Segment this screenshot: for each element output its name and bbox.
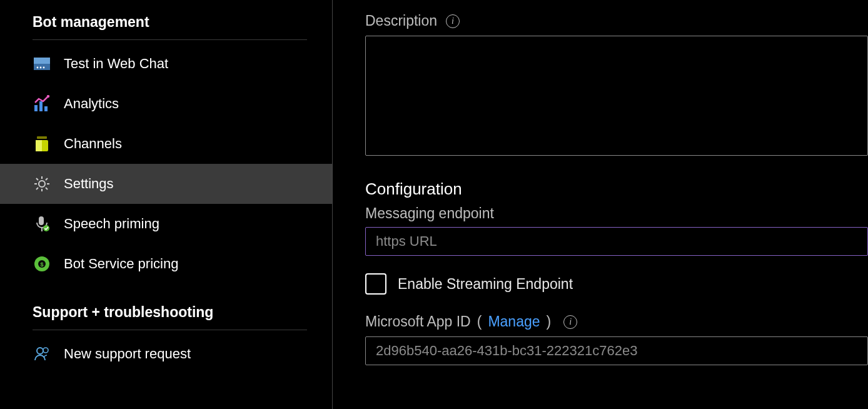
messaging-endpoint-label: Messaging endpoint <box>365 205 868 222</box>
gear-icon <box>33 174 51 193</box>
svg-rect-1 <box>34 58 50 64</box>
app-id-label: Microsoft App ID <box>365 313 471 330</box>
svg-rect-11 <box>36 140 42 151</box>
svg-rect-6 <box>39 101 43 111</box>
enable-streaming-checkbox[interactable] <box>365 273 386 295</box>
support-icon <box>33 345 51 363</box>
svg-point-20 <box>43 348 48 353</box>
manage-link[interactable]: Manage <box>488 313 540 330</box>
description-label: Description <box>365 13 437 29</box>
analytics-icon <box>33 94 51 113</box>
microphone-icon <box>33 215 51 233</box>
app-id-input[interactable] <box>365 336 868 365</box>
svg-rect-5 <box>34 105 38 111</box>
sidebar-item-label: Speech priming <box>64 216 159 232</box>
sidebar-item-label: Analytics <box>64 96 119 112</box>
sidebar: Bot management Test in Web Chat <box>0 0 333 409</box>
sidebar-item-settings[interactable]: Settings <box>0 164 332 204</box>
svg-point-15 <box>43 225 49 231</box>
channels-icon <box>33 134 51 153</box>
sidebar-item-label: Test in Web Chat <box>64 56 168 72</box>
sidebar-item-test-in-web-chat[interactable]: Test in Web Chat <box>0 44 332 84</box>
enable-streaming-label: Enable Streaming Endpoint <box>398 276 573 293</box>
svg-point-12 <box>39 181 45 187</box>
svg-point-4 <box>43 67 45 69</box>
web-chat-icon <box>33 54 51 73</box>
info-icon[interactable]: i <box>563 315 577 329</box>
info-icon[interactable]: i <box>446 14 460 28</box>
svg-text:$: $ <box>40 261 43 268</box>
main-content: Description i Configuration Messaging en… <box>333 0 868 409</box>
sidebar-item-label: New support request <box>64 346 191 362</box>
svg-point-3 <box>40 67 42 69</box>
sidebar-item-label: Settings <box>64 176 114 192</box>
svg-point-8 <box>47 95 49 98</box>
sidebar-item-new-support-request[interactable]: New support request <box>0 334 332 374</box>
sidebar-section-title: Bot management <box>33 14 307 31</box>
pricing-icon: $ <box>33 255 51 273</box>
svg-rect-7 <box>44 106 48 111</box>
paren-open: ( <box>477 313 482 330</box>
sidebar-section-bot-management: Bot management <box>33 6 307 40</box>
paren-close: ) <box>547 313 552 330</box>
description-textarea[interactable] <box>365 36 868 156</box>
sidebar-item-label: Bot Service pricing <box>64 256 178 272</box>
svg-rect-13 <box>39 216 44 225</box>
sidebar-section-support: Support + troubleshooting <box>33 296 307 330</box>
sidebar-item-analytics[interactable]: Analytics <box>0 84 332 124</box>
sidebar-section-title: Support + troubleshooting <box>33 304 307 321</box>
svg-rect-9 <box>37 136 47 139</box>
sidebar-item-bot-service-pricing[interactable]: $ Bot Service pricing <box>0 244 332 284</box>
svg-point-2 <box>37 67 39 69</box>
configuration-heading: Configuration <box>365 179 868 199</box>
sidebar-item-speech-priming[interactable]: Speech priming <box>0 204 332 244</box>
svg-point-19 <box>37 348 43 354</box>
sidebar-item-channels[interactable]: Channels <box>0 124 332 164</box>
sidebar-item-label: Channels <box>64 136 122 152</box>
messaging-endpoint-input[interactable] <box>365 227 868 256</box>
